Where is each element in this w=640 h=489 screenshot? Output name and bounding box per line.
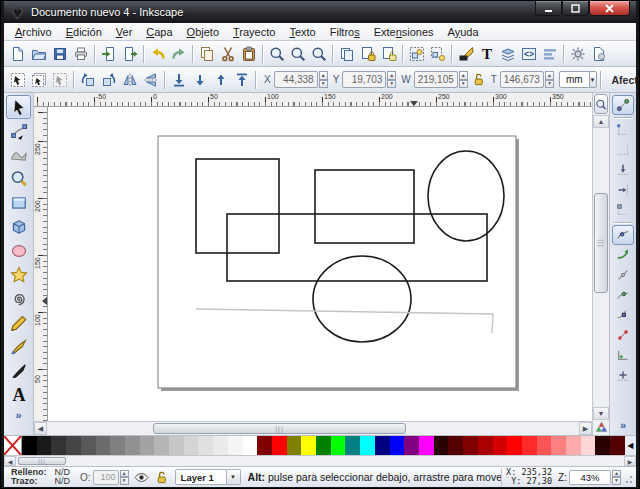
unit-select[interactable]: mm xyxy=(559,71,590,88)
open-button[interactable] xyxy=(28,43,49,64)
tweak-tool[interactable] xyxy=(6,143,31,167)
unlink-clone-button[interactable] xyxy=(378,43,399,64)
vertical-scroll-thumb[interactable]: ||| xyxy=(594,193,608,293)
snap-cusp-nodes-toggle[interactable] xyxy=(612,285,634,305)
document-properties-button[interactable] xyxy=(588,43,609,64)
color-swatch[interactable] xyxy=(551,436,566,455)
copy-button[interactable] xyxy=(196,43,217,64)
snap-rotation-centers-toggle[interactable] xyxy=(612,365,634,385)
color-swatch[interactable] xyxy=(96,436,111,455)
opacity-input[interactable]: 100 xyxy=(93,470,119,485)
unit-dropdown-arrow-icon[interactable]: ▼ xyxy=(590,71,597,88)
fill-stroke-dialog-button[interactable] xyxy=(455,43,476,64)
rectangle-tool[interactable] xyxy=(6,191,31,215)
y-spinner[interactable]: ▲▼ xyxy=(387,71,396,88)
menu-extensiones[interactable]: Extensiones xyxy=(367,25,441,39)
snap-object-centers-toggle[interactable] xyxy=(612,345,634,365)
color-swatch[interactable] xyxy=(22,436,37,455)
scroll-up-icon[interactable]: ▲ xyxy=(593,115,609,128)
xml-editor-button[interactable]: <> xyxy=(518,43,539,64)
toolbox-overflow-button[interactable]: » xyxy=(12,409,24,421)
scroll-left-icon[interactable]: ◀ xyxy=(34,422,47,435)
paste-button[interactable] xyxy=(238,43,259,64)
color-swatch[interactable] xyxy=(610,436,625,455)
color-swatch[interactable] xyxy=(345,436,360,455)
menu-ver[interactable]: Ver xyxy=(109,25,140,39)
select-all-layers-button[interactable] xyxy=(28,69,49,90)
scroll-right-icon[interactable]: ▶ xyxy=(579,422,592,435)
calligraphy-tool[interactable] xyxy=(6,359,31,383)
snap-bbox-edges-toggle[interactable] xyxy=(612,140,634,160)
color-swatch[interactable] xyxy=(478,436,493,455)
horizontal-scrollbar[interactable]: ◀ ||| ▶ xyxy=(34,421,592,435)
rotate-cw-button[interactable] xyxy=(98,69,119,90)
color-swatch[interactable] xyxy=(360,436,375,455)
layer-visibility-eye-icon[interactable] xyxy=(134,470,149,485)
layers-dialog-button[interactable] xyxy=(497,43,518,64)
vertical-ruler[interactable]: 25020015010050 xyxy=(34,107,48,421)
color-swatch[interactable] xyxy=(375,436,390,455)
color-swatch[interactable] xyxy=(419,436,434,455)
color-swatch[interactable] xyxy=(493,436,508,455)
ungroup-button[interactable] xyxy=(427,43,448,64)
layer-select[interactable]: Layer 1 xyxy=(175,469,227,485)
minimize-button[interactable] xyxy=(535,1,562,16)
duplicate-button[interactable] xyxy=(336,43,357,64)
zoom-input[interactable]: 43% xyxy=(569,470,611,485)
color-swatch[interactable] xyxy=(272,436,287,455)
lock-ratio-icon[interactable] xyxy=(471,72,486,87)
export-button[interactable] xyxy=(119,43,140,64)
y-input[interactable]: 19,703 xyxy=(342,71,386,88)
menu-objeto[interactable]: Objeto xyxy=(180,25,226,39)
flip-horizontal-button[interactable] xyxy=(119,69,140,90)
color-swatch[interactable] xyxy=(581,436,596,455)
color-swatch[interactable] xyxy=(434,436,449,455)
selector-tool[interactable] xyxy=(6,95,31,119)
flip-vertical-button[interactable] xyxy=(140,69,161,90)
menu-texto[interactable]: Texto xyxy=(282,25,322,39)
lower-button[interactable] xyxy=(189,69,210,90)
x-input[interactable]: 44,338 xyxy=(274,71,318,88)
zoom-drawing-button[interactable] xyxy=(287,43,308,64)
menu-filtros[interactable]: Filtros xyxy=(323,25,367,39)
layer-lock-icon[interactable] xyxy=(154,470,169,485)
vertical-scrollbar[interactable]: ||| xyxy=(593,128,609,407)
close-button[interactable] xyxy=(589,1,630,16)
resize-grip[interactable] xyxy=(624,470,633,485)
cut-button[interactable] xyxy=(217,43,238,64)
menu-capa[interactable]: Capa xyxy=(139,25,179,39)
align-dialog-button[interactable] xyxy=(539,43,560,64)
color-swatch[interactable] xyxy=(81,436,96,455)
color-swatch[interactable] xyxy=(110,436,125,455)
color-swatch[interactable] xyxy=(257,436,272,455)
preferences-button[interactable] xyxy=(567,43,588,64)
snap-nodes-toggle[interactable] xyxy=(612,225,634,245)
title-bar[interactable]: Documento nuevo 4 - Inkscape xyxy=(4,1,636,23)
zoom-tool[interactable] xyxy=(6,167,31,191)
swatch-none[interactable] xyxy=(4,436,22,455)
color-swatch[interactable] xyxy=(125,436,140,455)
ellipse-tool[interactable] xyxy=(6,239,31,263)
spiral-tool[interactable] xyxy=(6,287,31,311)
star-tool[interactable] xyxy=(6,263,31,287)
fill-stroke-indicator[interactable]: Relleno: N/D Trazo: N/D xyxy=(7,468,74,487)
pen-tool[interactable] xyxy=(6,335,31,359)
palette-overflow-arrow-icon[interactable]: ◀ xyxy=(625,436,636,455)
x-spinner[interactable]: ▲▼ xyxy=(319,71,328,88)
color-swatch[interactable] xyxy=(404,436,419,455)
palette-scroll-right-icon[interactable]: ▶ xyxy=(624,456,636,466)
rotate-ccw-button[interactable] xyxy=(77,69,98,90)
deselect-button[interactable] xyxy=(49,69,70,90)
undo-button[interactable] xyxy=(147,43,168,64)
node-tool[interactable] xyxy=(6,119,31,143)
box3d-tool[interactable] xyxy=(6,215,31,239)
color-swatch[interactable] xyxy=(169,436,184,455)
color-swatch[interactable] xyxy=(537,436,552,455)
color-swatch[interactable] xyxy=(448,436,463,455)
width-spinner[interactable]: ▲▼ xyxy=(459,71,468,88)
color-swatch[interactable] xyxy=(301,436,316,455)
select-all-button[interactable] xyxy=(7,69,28,90)
layer-dropdown-arrow-icon[interactable]: ▼ xyxy=(227,469,241,485)
palette-scrollbar[interactable]: ◀ ||| ▶ xyxy=(4,455,636,466)
color-swatch[interactable] xyxy=(390,436,405,455)
